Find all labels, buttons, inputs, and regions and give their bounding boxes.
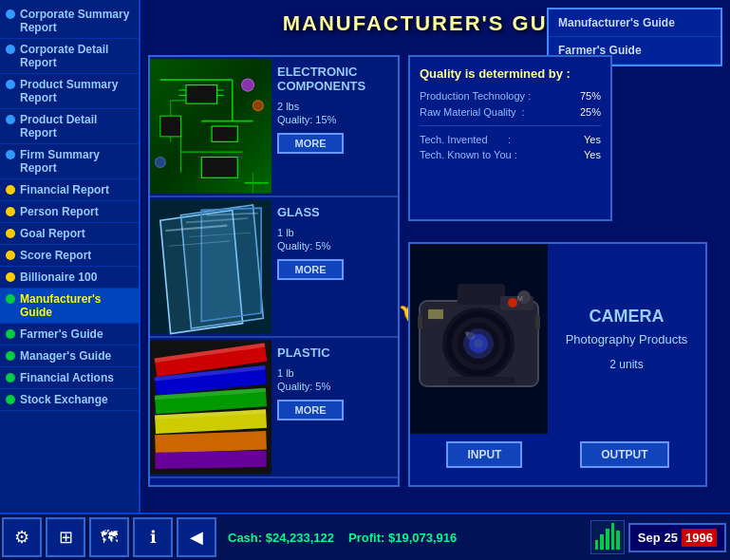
- date-display: Sep 25 1996: [628, 523, 726, 552]
- sidebar-dot-firm-summary: [6, 150, 15, 159]
- sidebar-item-score-report[interactable]: Score Report: [0, 245, 139, 267]
- sidebar-item-billionaire[interactable]: Billionaire 100: [0, 267, 139, 289]
- toolbar-back-icon[interactable]: ◀: [177, 517, 216, 557]
- product-image-electronic: [150, 57, 271, 196]
- output-button[interactable]: OUTPUT: [580, 441, 668, 468]
- profit-value: $19,073,916: [388, 531, 457, 545]
- sidebar-label-product-detail: Product Detail Report: [20, 113, 133, 140]
- svg-rect-9: [186, 85, 217, 104]
- sidebar-item-product-summary[interactable]: Product Summary Report: [0, 74, 139, 109]
- quality-label-material: Raw Material Quality :: [420, 106, 525, 118]
- date-year: 1996: [682, 529, 717, 547]
- sidebar-item-stock-exchange[interactable]: Stock Exchange: [0, 389, 139, 411]
- sidebar-item-farmer-guide[interactable]: Farmer's Guide: [0, 324, 139, 345]
- quality-value-material: 25%: [580, 106, 601, 118]
- status-bar: Cash: $24,233,122 Profit: $19,073,916: [218, 531, 587, 545]
- sidebar-label-manager-guide: Manager's Guide: [20, 349, 111, 363]
- more-button-plastic[interactable]: MORE: [277, 400, 344, 420]
- input-button[interactable]: INPUT: [446, 441, 522, 468]
- sidebar-dot-stock-exchange: [6, 395, 15, 404]
- quality-label-production: Production Technology :: [420, 90, 531, 102]
- sidebar-item-product-detail[interactable]: Product Detail Report: [0, 109, 139, 144]
- bar-3: [606, 529, 609, 550]
- guide-manufacturer[interactable]: Manufacturer's Guide: [549, 9, 721, 37]
- svg-rect-11: [160, 116, 181, 137]
- svg-rect-12: [201, 158, 237, 178]
- svg-rect-63: [448, 377, 515, 384]
- svg-rect-60: [428, 309, 443, 319]
- camera-info: CAMERA Photography Products 2 units: [548, 244, 705, 434]
- sidebar-item-firm-summary[interactable]: Firm Summary Report: [0, 144, 139, 179]
- sidebar-item-financial-actions[interactable]: Financial Actions: [0, 367, 139, 389]
- sidebar-item-person-report[interactable]: Person Report: [0, 201, 139, 223]
- camera-inner: M CAMERA Photography Products 2 units: [410, 244, 705, 434]
- product-name-electronic: ELECTRONIC COMPONENTS: [277, 65, 392, 93]
- tech-label-invented: Tech. Invented :: [420, 134, 511, 145]
- camera-btn-row: INPUT OUTPUT: [410, 434, 705, 476]
- product-weight-glass: 1 lb: [277, 227, 392, 238]
- sidebar-item-manufacturer-guide[interactable]: Manufacturer's Guide: [0, 289, 139, 324]
- bar-chart-icon: [590, 520, 625, 554]
- camera-units: 2 units: [609, 358, 643, 371]
- camera-image-box: M: [410, 244, 548, 434]
- product-info-electronic: ELECTRONIC COMPONENTS 2 lbs Quality: 15%…: [271, 57, 398, 196]
- sidebar-item-manager-guide[interactable]: Manager's Guide: [0, 345, 139, 367]
- tech-row-known: Tech. Known to You : Yes: [420, 149, 601, 160]
- date-month: Sep: [638, 531, 661, 545]
- svg-point-52: [474, 339, 483, 348]
- sidebar-dot-billionaire: [6, 272, 15, 282]
- product-quality-glass: Quality: 5%: [277, 240, 392, 252]
- quality-row-material: Raw Material Quality : 25%: [420, 106, 601, 118]
- more-button-electronic[interactable]: MORE: [277, 133, 344, 154]
- sidebar-dot-farmer-guide: [6, 329, 15, 339]
- toolbar-info-icon[interactable]: ℹ: [133, 517, 173, 557]
- sidebar-dot-product-summary: [6, 80, 15, 89]
- tech-label-known: Tech. Known to You :: [420, 149, 517, 160]
- bar-4: [611, 523, 615, 550]
- sidebar-label-farmer-guide: Farmer's Guide: [20, 327, 103, 341]
- sidebar-label-financial-actions: Financial Actions: [20, 371, 114, 384]
- sidebar-label-product-summary: Product Summary Report: [20, 78, 133, 104]
- cash-label: Cash:: [228, 531, 262, 545]
- more-button-glass[interactable]: MORE: [277, 259, 344, 280]
- toolbar-map-icon[interactable]: 🗺: [89, 517, 129, 557]
- camera-type: Photography Products: [566, 332, 688, 346]
- quality-value-production: 75%: [580, 90, 601, 102]
- sidebar-dot-person-report: [6, 207, 15, 216]
- tech-value-known: Yes: [584, 149, 601, 160]
- sidebar-item-goal-report[interactable]: Goal Report: [0, 223, 139, 245]
- svg-rect-62: [535, 315, 540, 329]
- svg-marker-25: [201, 208, 261, 321]
- product-name-plastic: PLASTIC: [277, 345, 392, 360]
- sidebar-item-corporate-detail[interactable]: Corporate Detail Report: [0, 39, 139, 74]
- sidebar-label-person-report: Person Report: [20, 205, 99, 218]
- sidebar-item-corporate-summary[interactable]: Corporate Summary Report: [0, 4, 139, 39]
- sidebar-dot-manufacturer-guide: [6, 294, 15, 304]
- product-card-plastic: PLASTIC 1 lb Quality: 5% MORE: [150, 338, 398, 478]
- sidebar-item-financial-report[interactable]: Financial Report: [0, 179, 139, 201]
- bar-2: [600, 534, 604, 550]
- sidebar-label-financial-report: Financial Report: [20, 183, 109, 196]
- camera-panel: M CAMERA Photography Products 2 units: [408, 242, 707, 487]
- bar-5: [616, 531, 620, 550]
- main-area: MANUFACTURER'S GUIDE Manufacturer's Guid…: [140, 0, 730, 513]
- sidebar-dot-financial-report: [6, 185, 15, 195]
- product-info-glass: GLASS 1 lb Quality: 5% MORE: [271, 197, 398, 336]
- camera-name: CAMERA: [590, 307, 664, 327]
- date-day: 25: [664, 531, 678, 545]
- product-info-plastic: PLASTIC 1 lb Quality: 5% MORE: [271, 338, 398, 476]
- sidebar-label-billionaire: Billionaire 100: [20, 271, 97, 284]
- product-name-glass: GLASS: [277, 205, 392, 219]
- bar-1: [595, 540, 599, 550]
- product-image-plastic: [150, 338, 271, 476]
- toolbar-settings-icon[interactable]: ⚙: [2, 517, 42, 557]
- product-weight-plastic: 1 lb: [277, 367, 392, 379]
- product-weight-electronic: 2 lbs: [277, 101, 392, 112]
- quality-panel: Quality is determined by : Production Te…: [408, 55, 612, 221]
- svg-rect-36: [155, 431, 267, 454]
- sidebar-label-manufacturer-guide: Manufacturer's Guide: [20, 292, 133, 319]
- toolbar-grid-icon[interactable]: ⊞: [46, 517, 85, 557]
- sidebar-label-stock-exchange: Stock Exchange: [20, 393, 108, 406]
- status-profit: Profit: $19,073,916: [348, 531, 457, 545]
- sidebar-dot-corporate-summary: [6, 9, 15, 19]
